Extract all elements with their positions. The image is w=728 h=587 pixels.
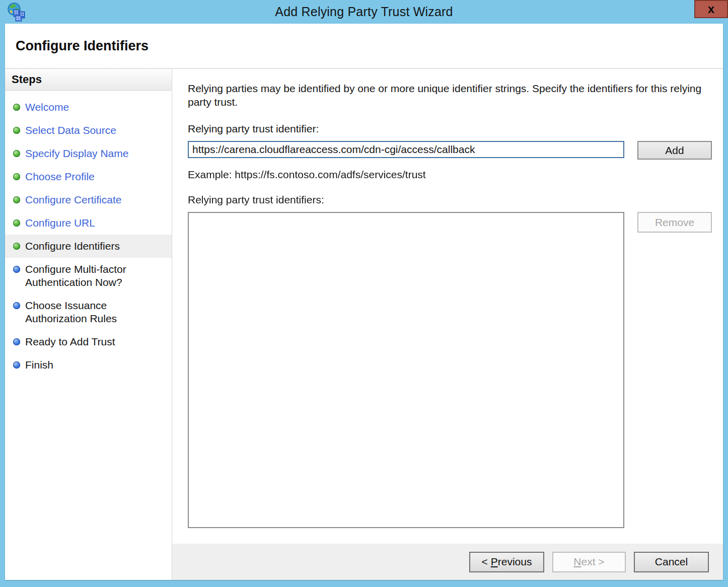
step-label: Finish (25, 359, 53, 371)
step-label: Choose Issuance Authorization Rules (25, 300, 117, 324)
step-complete-icon (13, 173, 20, 180)
steps-list: WelcomeSelect Data SourceSpecify Display… (5, 91, 172, 377)
sidebar-step[interactable]: Select Data Source (5, 119, 172, 142)
sidebar-step[interactable]: Choose Profile (5, 165, 172, 188)
step-label: Configure Multi-factor Authentication No… (25, 263, 126, 288)
step-pending-icon (13, 302, 20, 309)
wizard-footer: < Previous Next > Cancel (172, 544, 723, 580)
step-label: Select Data Source (25, 124, 116, 136)
main-column: Relying parties may be identified by one… (172, 69, 723, 580)
close-button[interactable]: x (694, 0, 728, 18)
identifiers-list-row: Remove (188, 212, 712, 528)
steps-header: Steps (5, 69, 172, 91)
identifiers-list-label: Relying party trust identifiers: (188, 193, 712, 206)
page-header: Configure Identifiers (5, 24, 723, 69)
step-label: Configure Identifiers (25, 240, 120, 252)
step-complete-icon (13, 150, 20, 157)
step-label: Configure Certificate (25, 194, 121, 205)
step-pending-icon (13, 361, 20, 369)
cancel-button[interactable]: Cancel (634, 552, 709, 572)
page-description: Relying parties may be identified by one… (188, 82, 702, 109)
sidebar-step: Finish (5, 353, 172, 377)
identifier-input[interactable] (188, 141, 624, 158)
step-label: Ready to Add Trust (25, 336, 115, 347)
title-bar: Add Relying Party Trust Wizard x (0, 0, 728, 24)
wizard-dialog: Configure Identifiers Steps WelcomeSelec… (5, 24, 723, 580)
step-label: Choose Profile (25, 171, 95, 182)
sidebar-step[interactable]: Specify Display Name (5, 142, 172, 165)
step-complete-icon (13, 243, 20, 250)
adfs-app-icon (7, 2, 27, 22)
sidebar-step: Configure Multi-factor Authentication No… (5, 258, 172, 294)
sidebar-step: Configure Identifiers (5, 235, 172, 258)
page-title: Configure Identifiers (16, 38, 149, 54)
step-complete-icon (13, 196, 20, 203)
steps-sidebar: Steps WelcomeSelect Data SourceSpecify D… (5, 69, 172, 580)
identifiers-listbox[interactable] (188, 212, 624, 528)
sidebar-step[interactable]: Welcome (5, 96, 172, 119)
next-button[interactable]: Next > (552, 552, 626, 572)
add-button[interactable]: Add (637, 141, 712, 160)
main-content: Relying parties may be identified by one… (172, 69, 723, 544)
sidebar-step[interactable]: Configure URL (5, 211, 172, 235)
identifier-input-label: Relying party trust identifier: (188, 122, 712, 135)
step-label: Configure URL (25, 217, 95, 229)
step-complete-icon (13, 219, 20, 227)
identifier-input-row: Add (188, 141, 712, 160)
step-label: Specify Display Name (25, 148, 128, 159)
window-title: Add Relying Party Trust Wizard (275, 5, 453, 19)
step-complete-icon (13, 127, 20, 134)
identifier-example-text: Example: https://fs.contoso.com/adfs/ser… (188, 168, 712, 181)
previous-button[interactable]: < Previous (469, 552, 544, 572)
step-label: Welcome (25, 101, 69, 113)
step-pending-icon (13, 266, 20, 273)
remove-button[interactable]: Remove (637, 212, 712, 233)
dialog-body: Steps WelcomeSelect Data SourceSpecify D… (5, 69, 723, 580)
sidebar-step[interactable]: Configure Certificate (5, 188, 172, 211)
step-pending-icon (13, 338, 20, 345)
sidebar-step: Choose Issuance Authorization Rules (5, 294, 172, 330)
step-complete-icon (13, 104, 20, 111)
sidebar-step: Ready to Add Trust (5, 330, 172, 353)
